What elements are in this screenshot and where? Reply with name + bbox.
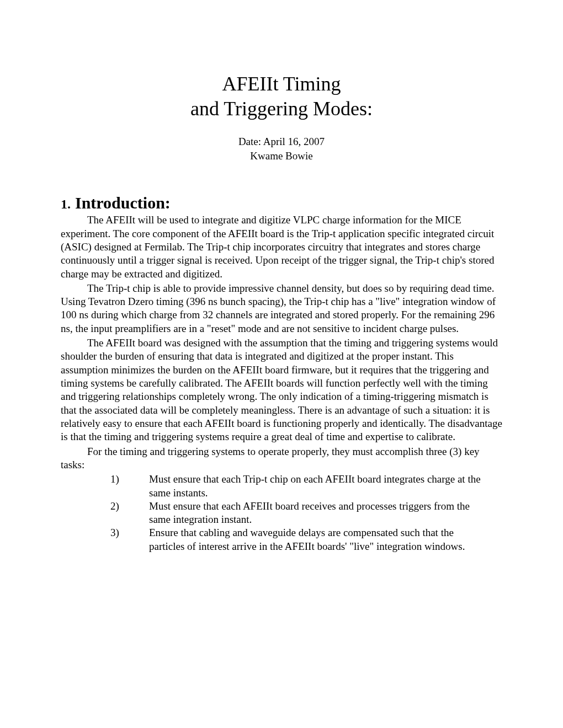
title-line-1: AFEIIt Timing [61,72,502,97]
task-text: Must ensure that each Trip-t chip on eac… [149,473,502,500]
section-number: 1. [61,197,71,211]
section-introduction: 1. Introduction: The AFEIIt will be used… [61,194,502,553]
task-number: 1) [61,473,149,500]
document-date: Date: April 16, 2007 [61,135,502,149]
document-author: Kwame Bowie [61,149,502,163]
task-number: 2) [61,500,149,527]
paragraph-1: The AFEIIt will be used to integrate and… [61,213,502,281]
task-text: Ensure that cabling and waveguide delays… [149,526,502,553]
document-meta: Date: April 16, 2007 Kwame Bowie [61,135,502,163]
paragraph-3: The AFEIIt board was designed with the a… [61,336,502,444]
section-heading-row: 1. Introduction: [61,194,502,212]
paragraph-3-text: The AFEIIt board was designed with the a… [61,337,502,442]
document-title: AFEIIt Timing and Triggering Modes: [61,72,502,121]
task-item-3: 3) Ensure that cabling and waveguide del… [61,526,502,553]
task-item-1: 1) Must ensure that each Trip-t chip on … [61,473,502,500]
title-line-2: and Triggering Modes: [61,97,502,121]
paragraph-2: The Trip-t chip is able to provide impre… [61,282,502,335]
section-heading: Introduction: [75,194,171,212]
tasks-intro-text: For the timing and triggering systems to… [61,446,480,470]
tasks-intro: For the timing and triggering systems to… [61,445,502,472]
task-list: 1) Must ensure that each Trip-t chip on … [61,473,502,553]
paragraph-1-text: The AFEIIt will be used to integrate and… [61,214,494,279]
task-number: 3) [61,526,149,553]
paragraph-2-text: The Trip-t chip is able to provide impre… [61,282,496,334]
task-text: Must ensure that each AFEIIt board recei… [149,500,502,527]
task-item-2: 2) Must ensure that each AFEIIt board re… [61,500,502,527]
